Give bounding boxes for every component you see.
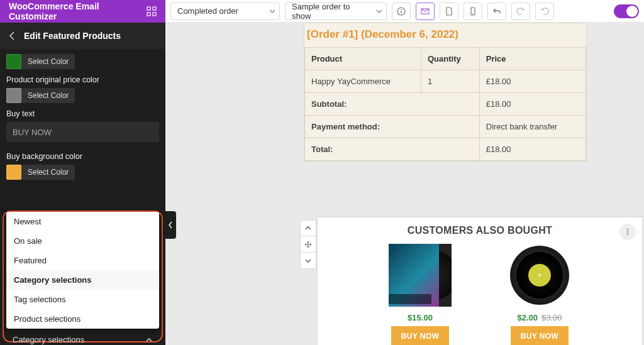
svg-point-10 [627,229,628,230]
product-card: $15.00 BUY NOW [373,244,467,345]
template-select[interactable]: Completed order [170,3,280,20]
chevron-up-icon [145,336,153,344]
buy-bg-label: Buy background color [6,152,159,161]
svg-rect-6 [401,9,401,9]
price-select-color-button[interactable]: Select Color [21,54,75,69]
original-price-color-row: Select Color [6,88,159,103]
mobile-icon[interactable] [464,3,482,20]
main: Edit Featured Products Select Color Prod… [0,23,644,345]
table-row: Subtotal: £18.00 [305,93,586,116]
products-show-dropdown: Newest On sale Featured Category selecti… [6,212,159,329]
order-select[interactable]: Sample order to show [285,3,387,20]
product-price: $2.00 [517,313,538,322]
svg-rect-9 [472,14,474,14]
move-drag-icon[interactable] [300,236,316,253]
option-product-selections[interactable]: Product selections [6,309,159,329]
undo-icon[interactable] [487,3,506,20]
toolbar: Completed order Sample order to show [165,0,644,23]
table-row: Payment method: Direct bank transfer [305,116,586,138]
top-bar: WooCommerce Email Customizer Completed o… [0,0,644,23]
buy-bg-select-color-button[interactable]: Select Color [21,165,75,180]
buy-text-label: Buy text [6,109,159,118]
products-row: $15.00 BUY NOW $2.00 $3.00 BUY NOW [326,240,633,345]
template-select-value: Completed order [177,6,238,16]
option-onsale[interactable]: On sale [6,231,159,251]
canvas: [Order #1] (December 6, 2022) Product Qu… [165,23,644,345]
table-row: Total: £18.00 [305,138,586,161]
product-original-price: $3.00 [541,313,562,322]
order-select-value: Sample order to show [292,2,371,21]
svg-point-12 [627,234,628,235]
sidebar: Edit Featured Products Select Color Prod… [0,23,165,345]
cell-subtotal-label: Subtotal: [305,93,480,116]
price-line: $2.00 $3.00 [517,307,562,326]
svg-rect-2 [147,13,150,16]
cell-qty: 1 [421,70,479,93]
order-table: Product Quantity Price Happy YayCommerce… [304,47,586,161]
back-arrow-icon[interactable] [8,31,18,41]
th-product: Product [305,48,421,70]
original-price-label: Product original price color [6,75,159,84]
option-tag-selections[interactable]: Tag selections [6,290,159,309]
chevron-down-icon [269,8,275,14]
price-color-row: Select Color [6,54,159,69]
chevron-down-icon [376,8,382,14]
sidebar-title: Edit Featured Products [24,31,121,41]
th-qty: Quantity [421,48,479,70]
cell-total-value: £18.00 [479,138,586,161]
products-show-highlight: Newest On sale Featured Category selecti… [3,211,163,342]
cell-price: £18.00 [479,70,586,93]
related-title: CUSTOMERS ALSO BOUGHT [326,222,633,240]
svg-rect-5 [401,11,401,13]
email-preview: [Order #1] (December 6, 2022) Product Qu… [304,23,587,162]
products-show-current: Category selections [13,335,84,344]
buy-button[interactable]: BUY NOW [391,326,450,345]
revert-right-icon[interactable] [535,3,554,20]
cell-payment-value: Direct bank transfer [479,116,586,138]
buy-text-input[interactable] [6,122,159,142]
svg-rect-1 [153,7,156,10]
related-products-block[interactable]: CUSTOMERS ALSO BOUGHT $15.00 BUY NOW [316,216,643,345]
product-price: $15.00 [408,313,433,322]
table-row: Happy YayCommerce 1 £18.00 [305,70,586,93]
original-price-select-color-button[interactable]: Select Color [21,88,75,103]
table-header-row: Product Quantity Price [305,48,586,70]
cell-payment-label: Payment method: [305,116,480,138]
brand-title: WooCommerce Email Customizer [0,0,165,23]
brand-text: WooCommerce Email Customizer [9,1,147,21]
products-show-select[interactable]: Category selections [4,329,162,345]
order-title: [Order #1] (December 6, 2022) [304,23,586,47]
document-icon[interactable] [440,3,458,20]
option-newest[interactable]: Newest [6,212,159,231]
price-swatch[interactable] [6,54,21,69]
block-settings-icon[interactable] [619,224,636,240]
th-price: Price [479,48,586,70]
revert-left-icon[interactable] [511,3,530,20]
original-price-swatch[interactable] [6,88,21,103]
move-up-icon[interactable] [300,220,316,236]
product-image [389,244,452,307]
price-line: $15.00 [408,307,433,326]
cell-product: Happy YayCommerce [305,70,421,93]
enable-toggle[interactable] [614,4,639,18]
product-card: $2.00 $3.00 BUY NOW [492,244,587,345]
cell-subtotal-value: £18.00 [479,93,586,116]
svg-rect-3 [153,13,156,16]
option-featured[interactable]: Featured [6,251,159,270]
sidebar-collapse-tab[interactable] [165,211,176,239]
buy-bg-color-row: Select Color [6,165,159,180]
sidebar-header: Edit Featured Products [0,23,165,49]
mail-icon[interactable] [416,3,435,20]
block-controls [300,220,316,269]
cell-total-label: Total: [305,138,480,161]
svg-point-11 [627,231,628,233]
buy-bg-swatch[interactable] [6,165,21,180]
sidebar-scroll: Select Color Product original price colo… [0,49,165,180]
apps-grid-icon[interactable] [147,6,157,16]
move-down-icon[interactable] [300,253,316,269]
product-image [508,244,571,307]
toggle-knob [626,6,638,17]
buy-button[interactable]: BUY NOW [511,326,569,345]
option-category-selections[interactable]: Category selections [6,270,159,290]
info-icon[interactable] [392,3,411,20]
